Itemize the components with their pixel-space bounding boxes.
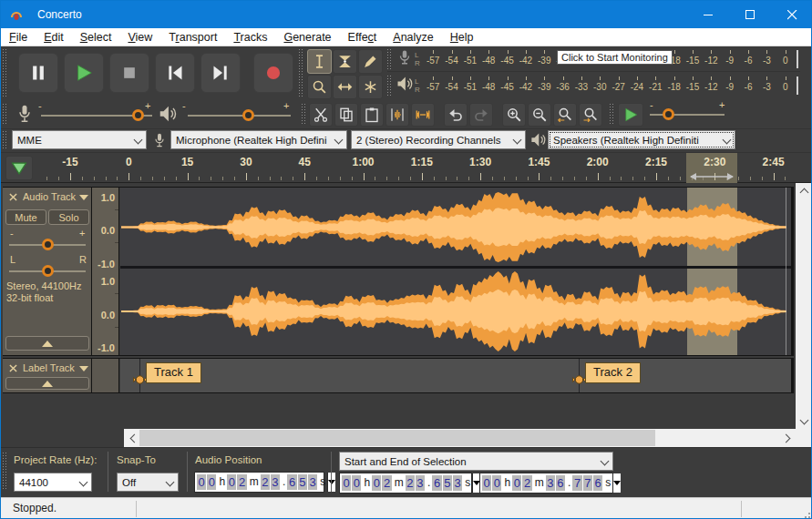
- waveform-channel-left[interactable]: [120, 188, 791, 266]
- play-at-speed-button[interactable]: [618, 103, 643, 127]
- recording-meter-gripper[interactable]: [387, 49, 392, 69]
- playback-volume-slider-thumb[interactable]: [242, 109, 254, 121]
- zoom-out-button[interactable]: [528, 103, 551, 127]
- redo-button[interactable]: [469, 103, 493, 127]
- tools-toolbar-gripper[interactable]: [299, 49, 303, 98]
- skip-to-end-button[interactable]: [200, 53, 241, 93]
- silence-audio-button[interactable]: [411, 103, 435, 127]
- resize-grip[interactable]: [801, 509, 810, 519]
- label-track-collapse-button[interactable]: [5, 377, 89, 390]
- recording-volume-minus: -: [38, 101, 42, 110]
- audio-position-field[interactable]: 00h02m23.653s: [194, 472, 324, 493]
- device-toolbar-gripper[interactable]: [3, 131, 7, 149]
- playback-meter-gripper[interactable]: [387, 76, 392, 96]
- menu-select[interactable]: Select: [72, 28, 120, 46]
- menu-effect[interactable]: Effect: [340, 28, 385, 46]
- transport-toolbar-gripper[interactable]: [3, 49, 7, 98]
- time-shift-tool-button[interactable]: [333, 75, 357, 99]
- cut-button[interactable]: [309, 103, 333, 127]
- track-label[interactable]: Track 1: [146, 362, 201, 383]
- vruler-label: -1.0: [98, 343, 115, 352]
- mixer-toolbar-gripper[interactable]: [3, 104, 7, 126]
- menu-file[interactable]: File: [1, 28, 36, 46]
- recording-channels-select[interactable]: 2 (Stereo) Recording Channels: [351, 130, 526, 149]
- menu-view[interactable]: View: [119, 28, 160, 46]
- playback-volume-slider[interactable]: [188, 115, 291, 117]
- solo-button[interactable]: Solo: [48, 209, 89, 225]
- project-rate-select[interactable]: 44100: [14, 473, 92, 492]
- label-track-menu-icon[interactable]: [79, 366, 88, 371]
- horizontal-scrollbar-thumb[interactable]: [139, 430, 655, 446]
- audio-track-vertical-ruler[interactable]: 1.00.0-1.01.00.0-1.0: [92, 188, 119, 355]
- waveform-channel-right[interactable]: [120, 269, 791, 354]
- vertical-scrollbar[interactable]: [796, 183, 812, 429]
- meter-scale-label: -42: [517, 73, 535, 98]
- maximize-button[interactable]: [729, 1, 771, 28]
- play-at-speed-gripper[interactable]: [610, 104, 614, 126]
- audio-track-menu-icon[interactable]: [79, 195, 88, 200]
- zoom-tool-button[interactable]: [307, 75, 332, 99]
- audio-track-name[interactable]: Audio Track: [23, 191, 76, 202]
- gain-slider-thumb[interactable]: [42, 239, 54, 250]
- pan-slider-thumb[interactable]: [42, 265, 54, 277]
- label-track-area[interactable]: Track 1Track 2: [120, 359, 794, 392]
- minimize-button[interactable]: [687, 1, 729, 28]
- skip-to-start-button[interactable]: [155, 53, 195, 93]
- stop-button[interactable]: [109, 53, 149, 93]
- menu-analyze[interactable]: Analyze: [385, 28, 441, 46]
- audio-track-close-button[interactable]: [6, 190, 20, 204]
- time-field-spinner[interactable]: [612, 473, 621, 493]
- zoom-fit-button[interactable]: [579, 103, 602, 127]
- paste-button[interactable]: [360, 103, 384, 127]
- horizontal-scrollbar[interactable]: [124, 429, 796, 447]
- selection-end-field[interactable]: 00h02m36.776s: [479, 473, 613, 494]
- menu-tracks[interactable]: Tracks: [225, 28, 275, 46]
- menu-help[interactable]: Help: [442, 28, 482, 46]
- speed-slider[interactable]: [650, 114, 725, 116]
- playback-volume-minus: -: [182, 101, 186, 110]
- zoom-in-button[interactable]: [502, 103, 526, 127]
- pause-button[interactable]: [18, 53, 58, 93]
- envelope-tool-button[interactable]: [333, 49, 357, 74]
- speed-slider-thumb[interactable]: [663, 108, 674, 120]
- multi-tool-button[interactable]: [358, 75, 383, 99]
- playback-meter[interactable]: LR -57-54-51-48-45-42-39-36-33-30-27-24-…: [387, 73, 800, 98]
- menu-generate[interactable]: Generate: [275, 28, 339, 46]
- scroll-up-button[interactable]: [796, 183, 812, 198]
- timeline-ruler[interactable]: -1501530451:001:151:301:452:002:152:302:…: [1, 152, 812, 183]
- edit-toolbar-gripper[interactable]: [302, 104, 306, 126]
- mute-button[interactable]: Mute: [5, 209, 46, 225]
- label-track-close-button[interactable]: [6, 361, 20, 375]
- audio-track-collapse-button[interactable]: [5, 336, 89, 351]
- record-button[interactable]: [253, 53, 293, 93]
- trim-audio-button[interactable]: [385, 103, 409, 127]
- menu-transport[interactable]: Transport: [160, 28, 225, 46]
- audio-track-waveform[interactable]: [120, 188, 794, 355]
- audio-host-select[interactable]: MME: [12, 130, 147, 149]
- zoom-selection-button[interactable]: [553, 103, 577, 127]
- scroll-right-button[interactable]: [780, 429, 794, 447]
- scroll-down-button[interactable]: [796, 413, 812, 429]
- recording-volume-slider-thumb[interactable]: [132, 109, 144, 121]
- play-button[interactable]: [64, 53, 104, 93]
- undo-button[interactable]: [444, 103, 468, 127]
- selection-range-mode-select[interactable]: Start and End of Selection: [339, 452, 613, 471]
- track-label[interactable]: Track 2: [585, 362, 641, 383]
- label-handle-icon[interactable]: [133, 373, 147, 390]
- menu-edit[interactable]: Edit: [36, 28, 72, 46]
- label-handle-icon[interactable]: [572, 373, 586, 390]
- selection-toolbar-gripper[interactable]: [3, 453, 7, 491]
- label-track-name[interactable]: Label Track: [23, 362, 75, 373]
- scroll-left-button[interactable]: [126, 429, 139, 447]
- timeline-quickplay-button[interactable]: [5, 156, 33, 180]
- playback-meter-channels: LR: [415, 77, 424, 94]
- recording-device-select[interactable]: Microphone (Realtek High Defini: [170, 130, 347, 149]
- selection-tool-button[interactable]: [307, 49, 332, 74]
- copy-button[interactable]: [334, 103, 358, 127]
- selection-start-field[interactable]: 00h02m23.653s: [339, 473, 472, 494]
- snap-to-select[interactable]: Off: [117, 473, 179, 492]
- playback-device-select[interactable]: Speakers (Realtek High Definiti: [548, 130, 735, 149]
- draw-tool-button[interactable]: [358, 49, 383, 74]
- audio-track-panel: Audio Track Mute Solo - + L R Stereo, 44…: [3, 188, 92, 355]
- close-button[interactable]: [771, 1, 812, 28]
